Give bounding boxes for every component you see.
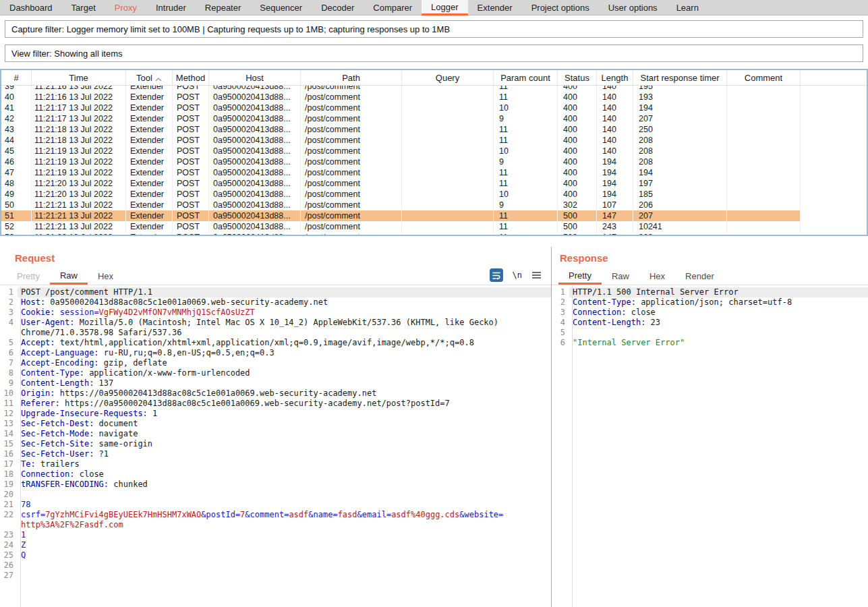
table-row[interactable]: 4411:21:18 13 Jul 2022ExtenderPOST0a9500…	[1, 135, 867, 146]
line-number: 20	[0, 490, 18, 500]
top-tab-repeater[interactable]: Repeater	[196, 0, 250, 16]
top-tab-proxy[interactable]: Proxy	[105, 0, 146, 16]
table-row[interactable]: 4911:21:20 13 Jul 2022ExtenderPOST0a9500…	[1, 189, 867, 200]
cell: 47	[1, 167, 32, 178]
cell: 11:21:18 13 Jul 2022	[32, 135, 126, 146]
table-row[interactable]: 4111:21:17 13 Jul 2022ExtenderPOST0a9500…	[1, 103, 867, 113]
column-header-path[interactable]: Path	[301, 70, 402, 85]
editor-line: 5	[552, 328, 868, 338]
column-header-param-count[interactable]: Param count	[494, 70, 558, 85]
cell	[801, 86, 867, 92]
cell: 9	[494, 156, 558, 167]
top-tab-extender[interactable]: Extender	[468, 0, 522, 16]
response-tab-render[interactable]: Render	[675, 268, 724, 285]
line-number: 16	[0, 449, 18, 459]
editor-line: 21 78	[0, 500, 551, 510]
cell: Extender	[126, 86, 173, 92]
column-header-time[interactable]: Time	[32, 70, 126, 85]
cell: 9	[494, 113, 558, 124]
top-tab-learn[interactable]: Learn	[667, 0, 708, 16]
cell: 11	[494, 232, 558, 235]
table-row[interactable]: 4711:21:19 13 Jul 2022ExtenderPOST0a9500…	[1, 167, 867, 178]
table-row[interactable]: 4011:21:16 13 Jul 2022ExtenderPOST0a9500…	[1, 92, 867, 103]
cell	[801, 135, 867, 146]
column-header-#[interactable]: #	[1, 70, 32, 85]
response-editor[interactable]: 1 HTTP/1.1 500 Internal Server Error 2 C…	[552, 285, 868, 607]
column-header[interactable]	[801, 70, 867, 85]
top-tab-sequencer[interactable]: Sequencer	[250, 0, 312, 16]
cell: 140	[597, 86, 633, 92]
column-header-tool[interactable]: Tool	[126, 70, 173, 85]
column-header-length[interactable]: Length	[597, 70, 633, 85]
request-tab-hex[interactable]: Hex	[88, 268, 123, 285]
editor-line: 17 Te: trailers	[0, 459, 551, 469]
cell	[727, 113, 801, 124]
column-header-query[interactable]: Query	[402, 70, 494, 85]
table-row[interactable]: 5011:21:21 13 Jul 2022ExtenderPOST0a9500…	[1, 200, 867, 210]
top-tab-dashboard[interactable]: Dashboard	[0, 0, 62, 16]
cell: 0a9500020413d88...	[209, 221, 301, 232]
request-editor[interactable]: 1 POST /post/comment HTTP/1.1 2 Host: 0a…	[0, 285, 551, 607]
newline-chars-icon[interactable]: \n	[513, 270, 522, 280]
cell: 46	[1, 156, 32, 167]
column-header-method[interactable]: Method	[173, 70, 209, 85]
table-row[interactable]: 5111:21:21 13 Jul 2022ExtenderPOST0a9500…	[1, 210, 867, 221]
editor-line: 10 Origin: https://0a9500020413d88ac08c5…	[0, 388, 551, 399]
table-row[interactable]: 4511:21:19 13 Jul 2022ExtenderPOST0a9500…	[1, 146, 867, 156]
editor-line: 4 User-Agent: Mozilla/5.0 (Macintosh; In…	[0, 318, 551, 328]
line-number: 19	[0, 480, 18, 490]
line-number: 11	[0, 399, 18, 409]
column-header-host[interactable]: Host	[209, 70, 301, 85]
table-row[interactable]: 4311:21:18 13 Jul 2022ExtenderPOST0a9500…	[1, 124, 867, 135]
request-title: Request	[15, 252, 551, 264]
cell: /post/comment	[301, 178, 402, 189]
cell	[727, 189, 801, 200]
table-row[interactable]: 5211:21:21 13 Jul 2022ExtenderPOST0a9500…	[1, 221, 867, 232]
cell	[402, 103, 494, 113]
line-number: 6	[552, 338, 569, 348]
cell: 193	[633, 92, 727, 103]
top-tab-logger[interactable]: Logger	[422, 0, 467, 16]
cell: POST	[173, 86, 209, 92]
table-row[interactable]: 4811:21:20 13 Jul 2022ExtenderPOST0a9500…	[1, 178, 867, 189]
view-filter-bar[interactable]: View filter: Showing all items	[5, 45, 863, 62]
response-tab-pretty[interactable]: Pretty	[558, 268, 602, 285]
column-header-start-response-timer[interactable]: Start response timer	[633, 70, 727, 85]
line-number: 4	[0, 318, 18, 328]
cell: POST	[173, 232, 209, 235]
cell: 11	[494, 124, 558, 135]
table-row[interactable]: 4611:21:19 13 Jul 2022ExtenderPOST0a9500…	[1, 156, 867, 167]
table-row[interactable]: 3911:21:16 13 Jul 2022ExtenderPOST0a9500…	[1, 86, 867, 92]
cell	[402, 221, 494, 232]
response-tabs-row: PrettyRawHexRender	[552, 268, 868, 285]
cell: Extender	[126, 156, 173, 167]
top-tabbar: DashboardTargetProxyIntruderRepeaterSequ…	[0, 0, 868, 16]
line-number: 12	[0, 409, 18, 419]
wrap-toggle-icon[interactable]	[490, 268, 503, 282]
top-tab-target[interactable]: Target	[62, 0, 105, 16]
top-tab-comparer[interactable]: Comparer	[364, 0, 422, 16]
cell: POST	[173, 167, 209, 178]
cell: 11:21:21 13 Jul 2022	[32, 200, 126, 210]
request-tab-raw[interactable]: Raw	[50, 268, 88, 285]
top-tab-decoder[interactable]: Decoder	[312, 0, 364, 16]
cell: /post/comment	[301, 189, 402, 200]
table-row[interactable]: 5311:21:22 13 Jul 2022ExtenderPOST0a9500…	[1, 232, 867, 235]
cell: 49	[1, 189, 32, 200]
top-tab-intruder[interactable]: Intruder	[146, 0, 196, 16]
column-header-comment[interactable]: Comment	[727, 70, 801, 85]
response-tab-hex[interactable]: Hex	[639, 268, 675, 285]
request-tab-pretty[interactable]: Pretty	[7, 268, 50, 285]
response-tab-raw[interactable]: Raw	[602, 268, 639, 285]
cell: 208	[633, 135, 727, 146]
top-tab-user-options[interactable]: User options	[599, 0, 667, 16]
cell	[801, 92, 867, 103]
column-header-status[interactable]: Status	[558, 70, 597, 85]
capture-filter-bar[interactable]: Capture filter: Logger memory limit set …	[5, 20, 863, 38]
editor-menu-icon[interactable]	[531, 271, 542, 279]
top-tab-project-options[interactable]: Project options	[522, 0, 599, 16]
line-number: 17	[0, 459, 18, 469]
editor-line: 15 Sec-Fetch-Site: same-origin	[0, 439, 551, 449]
table-row[interactable]: 4211:21:17 13 Jul 2022ExtenderPOST0a9500…	[1, 113, 867, 124]
cell: 39	[1, 86, 32, 92]
